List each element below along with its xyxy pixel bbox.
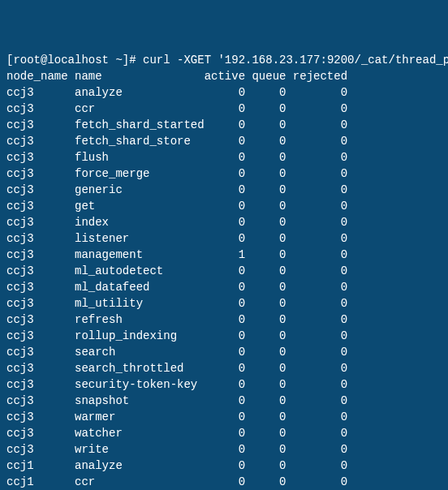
thread-pool-row: ccj3 refresh 0 0 0 xyxy=(6,313,347,326)
thread-pool-row: ccj1 ccr 0 0 0 xyxy=(6,475,347,488)
thread-pool-row: ccj3 ml_autodetect 0 0 0 xyxy=(6,264,347,277)
curl-url: '192.168.23.177:9200/_cat/thread_pool?v&… xyxy=(218,54,448,67)
thread-pool-row: ccj3 rollup_indexing 0 0 0 xyxy=(6,329,347,342)
thread-pool-row: ccj3 ml_datafeed 0 0 0 xyxy=(6,281,347,294)
thread-pool-row: ccj3 generic 0 0 0 xyxy=(6,183,347,196)
thread-pool-row: ccj3 management 1 0 0 xyxy=(6,248,347,261)
thread-pool-row: ccj3 search_throttled 0 0 0 xyxy=(6,362,347,375)
curl-command: curl -XGET xyxy=(143,54,218,67)
thread-pool-row: ccj3 ccr 0 0 0 xyxy=(6,102,347,115)
thread-pool-row: ccj3 analyze 0 0 0 xyxy=(6,86,347,99)
thread-pool-row: ccj3 security-token-key 0 0 0 xyxy=(6,378,347,391)
thread-pool-row: ccj3 snapshot 0 0 0 xyxy=(6,394,347,407)
thread-pool-row: ccj3 search 0 0 0 xyxy=(6,346,347,359)
thread-pool-row: ccj3 ml_utility 0 0 0 xyxy=(6,297,347,310)
thread-pool-row: ccj3 get 0 0 0 xyxy=(6,200,347,213)
thread-pool-row: ccj3 fetch_shard_started 0 0 0 xyxy=(6,118,347,131)
thread-pool-row: ccj3 listener 0 0 0 xyxy=(6,232,347,245)
thread-pool-row: ccj3 flush 0 0 0 xyxy=(6,151,347,164)
thread-pool-row: ccj3 index 0 0 0 xyxy=(6,216,347,229)
thread-pool-row: ccj3 force_merge 0 0 0 xyxy=(6,167,347,180)
output-header: node_name name active queue rejected xyxy=(6,70,347,83)
thread-pool-row: ccj3 watcher 0 0 0 xyxy=(6,427,347,440)
thread-pool-row: ccj3 write 0 0 0 xyxy=(6,443,347,456)
thread-pool-row: ccj1 analyze 0 0 0 xyxy=(6,459,347,472)
thread-pool-row: ccj3 warmer 0 0 0 xyxy=(6,410,347,423)
thread-pool-row: ccj3 fetch_shard_store 0 0 0 xyxy=(6,135,347,148)
output-rows: ccj3 analyze 0 0 0 ccj3 ccr 0 0 0 ccj3 f… xyxy=(6,84,442,490)
shell-prompt: [root@localhost ~]# xyxy=(6,54,143,67)
